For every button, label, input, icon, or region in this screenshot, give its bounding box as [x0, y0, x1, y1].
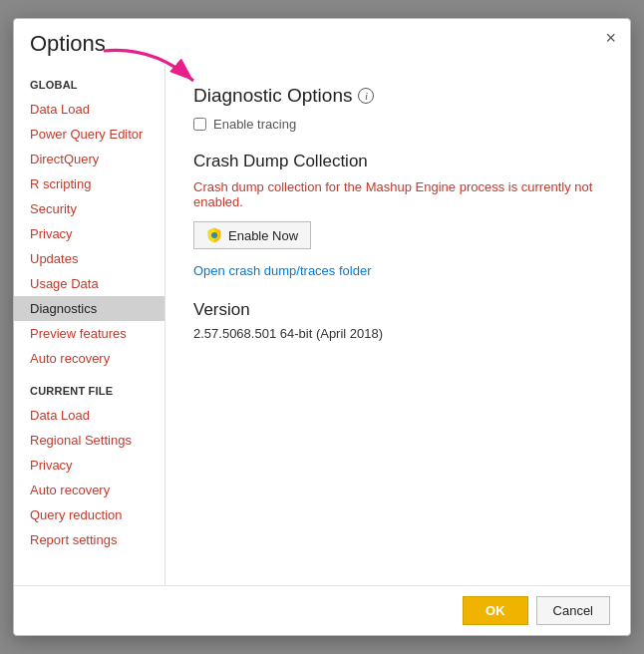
- sidebar-item-usage-data[interactable]: Usage Data: [14, 271, 164, 296]
- shield-icon: [206, 227, 222, 243]
- dialog-title-bar: Options ×: [14, 19, 630, 65]
- enable-tracing-checkbox[interactable]: [193, 118, 206, 131]
- version-text: 2.57.5068.501 64-bit (April 2018): [193, 326, 602, 341]
- global-section-label: GLOBAL: [14, 65, 164, 97]
- sidebar-item-directquery[interactable]: DirectQuery: [14, 147, 164, 171]
- section-title: Diagnostic Options i: [193, 85, 602, 107]
- sidebar-item-privacy-file[interactable]: Privacy: [14, 453, 164, 478]
- sidebar-item-privacy-global[interactable]: Privacy: [14, 221, 164, 246]
- svg-point-1: [211, 232, 217, 238]
- sidebar-item-security[interactable]: Security: [14, 196, 164, 221]
- sidebar-item-data-load-file[interactable]: Data Load: [14, 403, 164, 428]
- sidebar-item-query-reduction[interactable]: Query reduction: [14, 502, 164, 527]
- close-button[interactable]: ×: [605, 29, 616, 47]
- enable-tracing-label: Enable tracing: [213, 117, 296, 132]
- crash-dump-title: Crash Dump Collection: [193, 152, 602, 171]
- ok-button[interactable]: OK: [463, 596, 528, 625]
- open-folder-link[interactable]: Open crash dump/traces folder: [193, 263, 602, 278]
- sidebar-item-preview-features[interactable]: Preview features: [14, 321, 164, 346]
- enable-now-button[interactable]: Enable Now: [193, 221, 311, 249]
- info-icon: i: [358, 88, 374, 104]
- current-file-section-label: CURRENT FILE: [14, 371, 164, 403]
- dialog-body: GLOBAL Data Load Power Query Editor Dire…: [14, 65, 630, 585]
- sidebar-item-diagnostics[interactable]: Diagnostics: [14, 296, 164, 321]
- sidebar-item-power-query-editor[interactable]: Power Query Editor: [14, 122, 164, 147]
- sidebar-item-report-settings[interactable]: Report settings: [14, 527, 164, 552]
- sidebar-item-auto-recovery-file[interactable]: Auto recovery: [14, 478, 164, 502]
- sidebar-item-auto-recovery-global[interactable]: Auto recovery: [14, 346, 164, 371]
- sidebar-item-updates[interactable]: Updates: [14, 246, 164, 271]
- sidebar-item-data-load-global[interactable]: Data Load: [14, 97, 164, 122]
- version-title: Version: [193, 300, 602, 320]
- options-dialog: Options × GLOBAL Data Load Power Query E…: [13, 18, 631, 636]
- cancel-button[interactable]: Cancel: [536, 596, 610, 625]
- content-area: Diagnostic Options i Enable tracing Cras…: [165, 65, 630, 585]
- sidebar-item-regional-settings[interactable]: Regional Settings: [14, 428, 164, 453]
- dialog-title: Options: [30, 31, 106, 57]
- sidebar: GLOBAL Data Load Power Query Editor Dire…: [14, 65, 165, 585]
- crash-dump-desc: Crash dump collection for the Mashup Eng…: [193, 179, 602, 209]
- sidebar-item-r-scripting[interactable]: R scripting: [14, 171, 164, 196]
- dialog-footer: OK Cancel: [14, 585, 630, 635]
- enable-tracing-row: Enable tracing: [193, 117, 602, 132]
